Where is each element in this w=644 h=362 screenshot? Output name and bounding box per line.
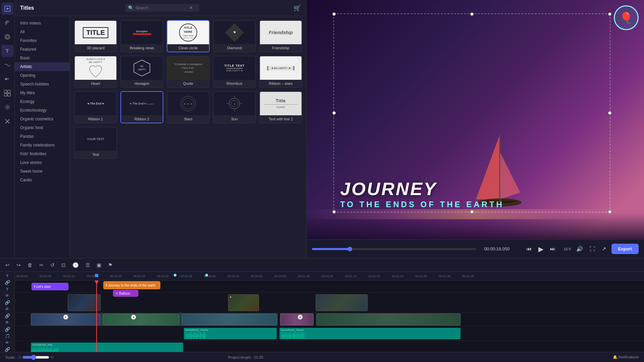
clear-search-icon[interactable]: ✕ [189, 5, 193, 10]
title-card-friendship[interactable]: Friendship Friendship [259, 20, 302, 52]
title-card-heart[interactable]: ALWAYS LOVE ♥ BE HAPPY Heart [74, 56, 117, 88]
notifications-button[interactable]: 🔔 Notifications [613, 355, 639, 359]
title-card-ribbon2[interactable]: ◀ The End ▶ Subtitle Ribbon 2 [120, 91, 163, 123]
delete-button[interactable]: 🗑 [25, 261, 35, 269]
cat-organic-cosmetics[interactable]: Organic cosmetics [15, 115, 70, 123]
sidebar-icon-effects[interactable] [1, 87, 13, 99]
title-overlay: JOURNEY TO THE ENDS OF THE EARTH [340, 180, 604, 209]
track-audio-2: Soundtrack_Jmp [15, 341, 644, 352]
cat-my-titles[interactable]: My titles [15, 88, 70, 97]
skip-forward-button[interactable]: ⏭ [549, 245, 557, 253]
cat-artistic[interactable]: Artistic [15, 62, 70, 71]
title-card-rhombus[interactable]: TITLE TEXT ★ BE HAPPY ★ Rhombus [213, 56, 256, 88]
cat-basic[interactable]: Basic [15, 54, 70, 62]
video-clip-landscape2[interactable] [316, 294, 368, 311]
title-card-stars[interactable]: ✦ ✦ ✦ Stars [167, 91, 210, 123]
title-card-text-with-line-1[interactable]: Title Subtitle Text with line 1 [259, 91, 302, 123]
cut-button[interactable]: ✂ [37, 261, 46, 269]
timeline-section: ↩ ↪ 🗑 ✂ ↺ ⊡ 🕐 ☰ ▣ ⚑ T 🔗 T 👁 🔗 👁 🔗 👁 🔗 [0, 258, 644, 362]
titles-grid: TITLE 3D placard Description Breaking ne… [70, 16, 306, 258]
sidebar-icon-filter[interactable] [1, 31, 13, 43]
clip-journey[interactable]: Ⅱ Journey to the ends of the earth [103, 281, 160, 289]
sidebar-icon-magic[interactable] [1, 17, 13, 29]
title-card-label: Text [75, 151, 116, 158]
sidebar-icon-media[interactable] [1, 3, 13, 15]
menu-button[interactable]: ☰ [84, 261, 92, 269]
title-card-quote[interactable]: "Creativity is contagious Pass it on" - … [167, 56, 210, 88]
cat-ecotechnology[interactable]: Ecotechnology [15, 106, 70, 115]
track-icon-music[interactable]: 🎵 [2, 333, 13, 339]
audio-clip-jmp[interactable]: Soundtrack_Jmp [31, 343, 183, 352]
track-icon-link3[interactable]: 🔗 [2, 313, 13, 319]
cat-all[interactable]: All [15, 27, 70, 36]
undo-button[interactable]: ↩ [3, 261, 12, 269]
export-arrow-button[interactable]: ↗ [600, 244, 607, 253]
title-card-3d-placard[interactable]: TITLE 3D placard [74, 20, 117, 52]
title-card-breaking-news[interactable]: Description Breaking news [120, 20, 163, 52]
title-card-label: Heart [75, 80, 116, 87]
cat-cardio[interactable]: Cardio [15, 176, 70, 184]
scale-slider[interactable] [22, 355, 49, 360]
svg-point-3 [6, 36, 9, 38]
timing-button[interactable]: 🕐 [70, 261, 81, 269]
track-icon-eye3[interactable]: 👁 [2, 320, 13, 325]
monitor-button[interactable]: ▣ [95, 261, 103, 269]
track-icon-eye4[interactable]: 👁 [2, 340, 13, 345]
cat-kids-festivities[interactable]: Kids' festivities [15, 149, 70, 158]
timeline-content[interactable]: 00:00:00 00:00:05 00:00:10 00:00:15 00:0… [15, 272, 644, 352]
title-card-ribbon1[interactable]: ◀ The End ▶ Ribbon 1 [74, 91, 117, 123]
audio-clip-1[interactable]: Soundtrack_Owrea [184, 328, 277, 339]
skip-back-button[interactable]: ⏮ [525, 245, 533, 253]
cat-sweet-home[interactable]: Sweet home [15, 167, 70, 176]
redo-button[interactable]: ↪ [14, 261, 23, 269]
title-card-clean-circle[interactable]: TITLE HERE Clean circle SUBTITLE TEXT Cl… [167, 20, 210, 52]
track-icon-link[interactable]: 🔗 [2, 280, 13, 285]
export-button[interactable]: Export [611, 244, 639, 254]
project-length-label: Project length: 01:30 [228, 355, 263, 359]
track-icon-text2[interactable]: T [2, 287, 13, 292]
flag-button[interactable]: ⚑ [106, 261, 114, 269]
cat-organic-food[interactable]: Organic food [15, 123, 70, 132]
video-clip-sunset[interactable] [68, 294, 101, 311]
sidebar-icon-transition[interactable] [1, 59, 13, 71]
cat-favorites[interactable]: Favorites [15, 36, 70, 45]
balloon-overlay-icon: 🎈 [614, 5, 639, 30]
fullscreen-button[interactable]: ⛶ [588, 245, 596, 253]
sidebar-icon-audio[interactable] [1, 73, 13, 85]
cart-icon[interactable]: 🛒 [293, 4, 301, 12]
cat-pandas[interactable]: Pandas [15, 132, 70, 141]
audio-clip-2[interactable]: Soundtrack_Owrea [279, 328, 461, 339]
volume-button[interactable]: 🔊 [575, 244, 584, 253]
title-card-label: Hexagon [121, 80, 163, 87]
play-button[interactable]: ▶ [537, 244, 545, 254]
video-clip-landscape1[interactable]: ★ [228, 294, 259, 311]
svg-rect-4 [5, 78, 7, 80]
track-icon-text[interactable]: T [2, 273, 13, 279]
clip-lets-start[interactable]: Ⅱ Let's start [32, 283, 68, 290]
cat-love-stories[interactable]: Love stories [15, 158, 70, 167]
track-icon-link4[interactable]: 🔗 [2, 326, 13, 332]
title-card-diamond[interactable]: 💎 Diamond [213, 20, 256, 52]
sidebar-icon-settings[interactable] [1, 101, 13, 113]
cat-speech-bubbles[interactable]: Speech bubbles [15, 80, 70, 88]
cat-featured[interactable]: Featured [15, 45, 70, 54]
crop-button[interactable]: ⊡ [59, 261, 68, 269]
track-icon-eye[interactable]: 👁 [2, 293, 13, 299]
playback-progress[interactable] [312, 248, 476, 250]
search-input[interactable] [136, 6, 189, 10]
cat-family-celebrations[interactable]: Family celebrations [15, 141, 70, 149]
track-icon-link5[interactable]: 🔗 [2, 347, 13, 352]
title-card-hexagon[interactable]: BEHAPPY Hexagon [120, 56, 163, 88]
sidebar-icon-text[interactable]: T [1, 45, 13, 57]
cat-intro-videos[interactable]: Intro videos [15, 19, 70, 27]
track-icon-link2[interactable]: 🔗 [2, 300, 13, 305]
title-card-sun[interactable]: ✦ Sun [213, 91, 256, 123]
title-card-ribbon-stars[interactable]: ★ BE HAPPY ★ Ribbon – stars [259, 56, 302, 88]
titles-header: Titles 🔍 ✕ 🛒 [15, 0, 306, 16]
track-icon-eye2[interactable]: 👁 [2, 307, 13, 312]
cat-ecology[interactable]: Ecology [15, 97, 70, 106]
cat-opening[interactable]: Opening [15, 71, 70, 80]
rotate-left-button[interactable]: ↺ [48, 261, 57, 269]
title-card-text[interactable]: YOUR TEXT Text [74, 127, 117, 159]
sidebar-icon-close[interactable] [1, 115, 13, 127]
